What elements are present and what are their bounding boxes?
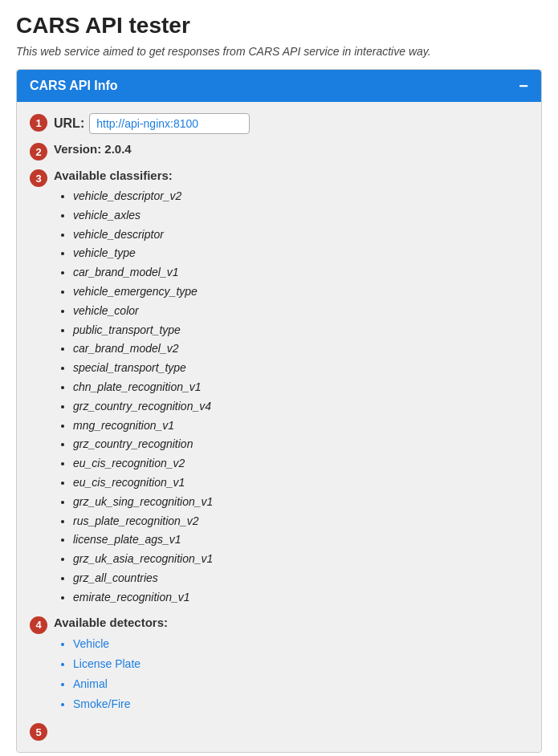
page-title: CARS API tester [16, 13, 542, 39]
classifiers-content: Available classifiers: vehicle_descripto… [54, 169, 528, 608]
list-item: grz_uk_asia_recognition_v1 [73, 550, 528, 569]
list-item: public_transport_type [73, 321, 528, 340]
detectors-list: Vehicle License Plate Animal Smoke/Fire [54, 634, 528, 715]
badge-5-row: 5 [30, 722, 528, 741]
badge-5: 5 [30, 723, 47, 741]
collapse-button[interactable]: − [519, 78, 528, 94]
detectors-row: 4 Available detectors: Vehicle License P… [30, 616, 528, 715]
card-header-title: CARS API Info [30, 79, 118, 93]
list-item: grz_all_countries [73, 569, 528, 588]
list-item: chn_plate_recognition_v1 [73, 378, 528, 397]
list-item[interactable]: Smoke/Fire [73, 694, 528, 714]
list-item: emirate_recognition_v1 [73, 588, 528, 608]
list-item: rus_plate_recognition_v2 [73, 512, 528, 531]
card-header: CARS API Info − [17, 70, 541, 102]
list-item: special_transport_type [73, 359, 528, 378]
badge-3: 3 [30, 169, 47, 187]
list-item: grz_country_recognition [73, 435, 528, 454]
list-item: vehicle_type [73, 244, 528, 263]
page-subtitle: This web service aimed to get responses … [16, 45, 542, 58]
list-item: car_brand_model_v1 [73, 263, 528, 282]
url-label: URL: [54, 116, 84, 131]
list-item[interactable]: License Plate [73, 654, 528, 674]
list-item: license_plate_ags_v1 [73, 530, 528, 550]
list-item: car_brand_model_v2 [73, 339, 528, 359]
badge-4: 4 [30, 616, 47, 634]
list-item: vehicle_descriptor [73, 226, 528, 245]
list-item[interactable]: Vehicle [73, 634, 528, 654]
list-item: vehicle_descriptor_v2 [73, 187, 528, 206]
list-item: eu_cis_recognition_v2 [73, 454, 528, 474]
list-item: grz_uk_sing_recognition_v1 [73, 493, 528, 512]
version-row: 2 Version: 2.0.4 [30, 142, 528, 161]
classifiers-label: Available classifiers: [54, 169, 528, 182]
card-body: 1 URL: 2 Version: 2.0.4 3 Available clas… [17, 102, 541, 752]
badge-1: 1 [30, 114, 47, 132]
list-item: mng_recognition_v1 [73, 417, 528, 436]
version-text: Version: 2.0.4 [54, 142, 132, 156]
version-content: Version: 2.0.4 [54, 142, 528, 156]
classifiers-list: vehicle_descriptor_v2 vehicle_axles vehi… [54, 187, 528, 608]
list-item: vehicle_emergency_type [73, 282, 528, 302]
url-input[interactable] [89, 113, 250, 134]
badge-2: 2 [30, 143, 47, 161]
list-item: grz_country_recognition_v4 [73, 397, 528, 417]
detectors-content: Available detectors: Vehicle License Pla… [54, 616, 528, 715]
list-item[interactable]: Animal [73, 674, 528, 694]
classifiers-row: 3 Available classifiers: vehicle_descrip… [30, 169, 528, 608]
list-item: vehicle_axles [73, 206, 528, 226]
url-row: 1 URL: [30, 113, 528, 134]
url-content: URL: [54, 113, 528, 134]
list-item: vehicle_color [73, 302, 528, 321]
detectors-label: Available detectors: [54, 616, 528, 629]
list-item: eu_cis_recognition_v1 [73, 474, 528, 493]
cars-api-info-card: CARS API Info − 1 URL: 2 Version: 2.0.4 … [16, 69, 542, 753]
